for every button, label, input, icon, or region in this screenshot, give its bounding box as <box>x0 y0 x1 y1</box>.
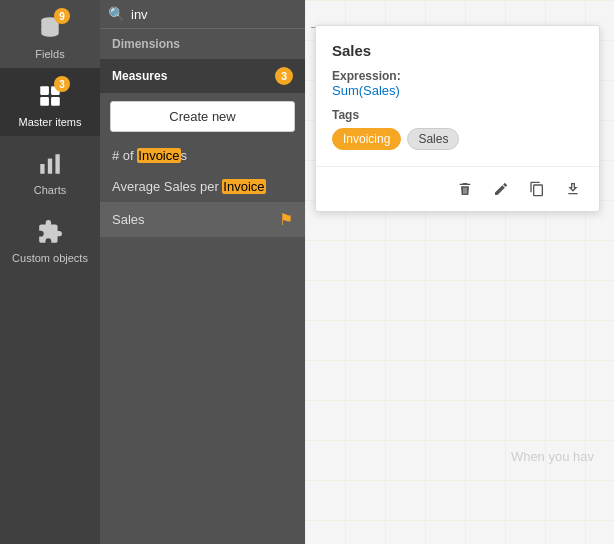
charts-label: Charts <box>34 184 66 196</box>
tag-invoicing[interactable]: Invoicing <box>332 128 401 150</box>
edit-button[interactable] <box>487 175 515 203</box>
create-new-button[interactable]: Create new <box>110 101 295 132</box>
sidebar: 9 Fields 3 Master items Charts <box>0 0 100 544</box>
tags-label: Tags <box>332 108 583 122</box>
fields-icon: 9 <box>34 12 66 44</box>
svg-rect-4 <box>51 97 60 106</box>
avg-sales-text: Average Sales per Invoice <box>112 179 266 194</box>
custom-objects-label: Custom objects <box>12 252 88 264</box>
expression-label: Expression: <box>332 69 583 83</box>
master-items-label: Master items <box>19 116 82 128</box>
popup-card: Sales Expression: Sum(Sales) Tags Invoic… <box>315 25 600 212</box>
fields-label: Fields <box>35 48 64 60</box>
master-items-icon: 3 <box>34 80 66 112</box>
search-icon: 🔍 <box>108 6 125 22</box>
expression-value: Sum(Sales) <box>332 83 583 98</box>
search-panel: 🔍 ✕ Dimensions Measures 3 Create new # o… <box>100 0 305 544</box>
when-text: When you hav <box>511 449 594 464</box>
delete-button[interactable] <box>451 175 479 203</box>
custom-objects-icon <box>34 216 66 248</box>
measures-label: Measures <box>112 69 167 83</box>
measures-section-header[interactable]: Measures 3 <box>100 59 305 93</box>
popup-title: Sales <box>332 42 583 59</box>
svg-rect-3 <box>40 97 49 106</box>
list-item-avg-sales[interactable]: Average Sales per Invoice <box>100 171 305 202</box>
bookmark-icon: ⚑ <box>279 210 293 229</box>
svg-rect-1 <box>40 86 49 95</box>
popup-footer <box>316 166 599 211</box>
invoices-highlight: Invoice <box>137 148 180 163</box>
dimensions-section-header[interactable]: Dimensions <box>100 29 305 59</box>
tag-sales[interactable]: Sales <box>407 128 459 150</box>
search-bar: 🔍 ✕ <box>100 0 305 29</box>
sidebar-item-custom-objects[interactable]: Custom objects <box>0 204 100 272</box>
master-items-badge: 3 <box>54 76 70 92</box>
sales-text: Sales <box>112 212 145 227</box>
measures-badge: 3 <box>275 67 293 85</box>
fields-badge: 9 <box>54 8 70 24</box>
dimensions-label: Dimensions <box>112 37 180 51</box>
charts-icon <box>34 148 66 180</box>
avg-sales-highlight: Invoice <box>222 179 265 194</box>
sidebar-item-fields[interactable]: 9 Fields <box>0 0 100 68</box>
invoices-text: # of Invoices <box>112 148 187 163</box>
main-area: — Sales Expression: Sum(Sales) Tags Invo… <box>305 0 614 544</box>
duplicate-button[interactable] <box>523 175 551 203</box>
list-item-invoices[interactable]: # of Invoices <box>100 140 305 171</box>
search-input[interactable] <box>131 7 299 22</box>
sidebar-item-master-items[interactable]: 3 Master items <box>0 68 100 136</box>
tags-container: Invoicing Sales <box>332 128 583 150</box>
svg-rect-5 <box>40 164 44 174</box>
sidebar-item-charts[interactable]: Charts <box>0 136 100 204</box>
export-button[interactable] <box>559 175 587 203</box>
svg-rect-7 <box>55 154 59 174</box>
popup-body: Sales Expression: Sum(Sales) Tags Invoic… <box>316 26 599 166</box>
list-item-sales[interactable]: Sales ⚑ <box>100 202 305 237</box>
svg-rect-6 <box>48 159 52 174</box>
